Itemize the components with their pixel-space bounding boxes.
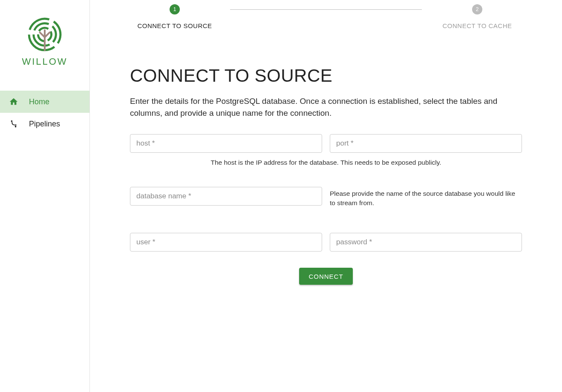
form-section: CONNECT TO SOURCE Enter the details for … [128, 66, 524, 285]
dbname-note: Please provide the name of the source da… [330, 189, 522, 207]
brand-logo: WILLOW [0, 17, 89, 67]
home-icon [9, 97, 19, 107]
sidebar: WILLOW Home Pipelines [0, 0, 90, 392]
step-connect-cache[interactable]: 2 CONNECT TO CACHE [422, 4, 533, 29]
sidebar-nav: Home Pipelines [0, 91, 89, 135]
row-user-pass [130, 233, 522, 252]
sidebar-item-pipelines[interactable]: Pipelines [0, 113, 89, 135]
connect-button[interactable]: CONNECT [299, 268, 352, 285]
pipelines-icon [9, 119, 19, 129]
dbname-input[interactable] [130, 187, 322, 206]
step-connect-source[interactable]: 1 CONNECT TO SOURCE [119, 4, 230, 29]
password-input[interactable] [330, 233, 522, 252]
main: 1 CONNECT TO SOURCE 2 CONNECT TO CACHE C… [90, 0, 562, 392]
page-subtitle: Enter the details for the PostgreSQL dat… [130, 95, 522, 119]
row-dbname: Please provide the name of the source da… [130, 187, 522, 207]
step-label: CONNECT TO SOURCE [137, 22, 212, 29]
step-label: CONNECT TO CACHE [442, 22, 512, 29]
step-connector [230, 9, 422, 10]
step-number: 1 [170, 4, 180, 14]
page-title: CONNECT TO SOURCE [130, 66, 522, 86]
step-number: 2 [472, 4, 482, 14]
host-hint: The host is the IP address for the datab… [130, 159, 522, 166]
port-input[interactable] [330, 134, 522, 153]
form-actions: CONNECT [130, 268, 522, 285]
willow-logo-icon [27, 17, 62, 52]
user-input[interactable] [130, 233, 322, 252]
brand-name: WILLOW [22, 56, 67, 67]
row-host-port [130, 134, 522, 153]
sidebar-item-label: Pipelines [29, 120, 60, 129]
stepper: 1 CONNECT TO SOURCE 2 CONNECT TO CACHE [107, 0, 545, 42]
host-input[interactable] [130, 134, 322, 153]
sidebar-item-label: Home [29, 97, 49, 106]
sidebar-item-home[interactable]: Home [0, 91, 89, 113]
